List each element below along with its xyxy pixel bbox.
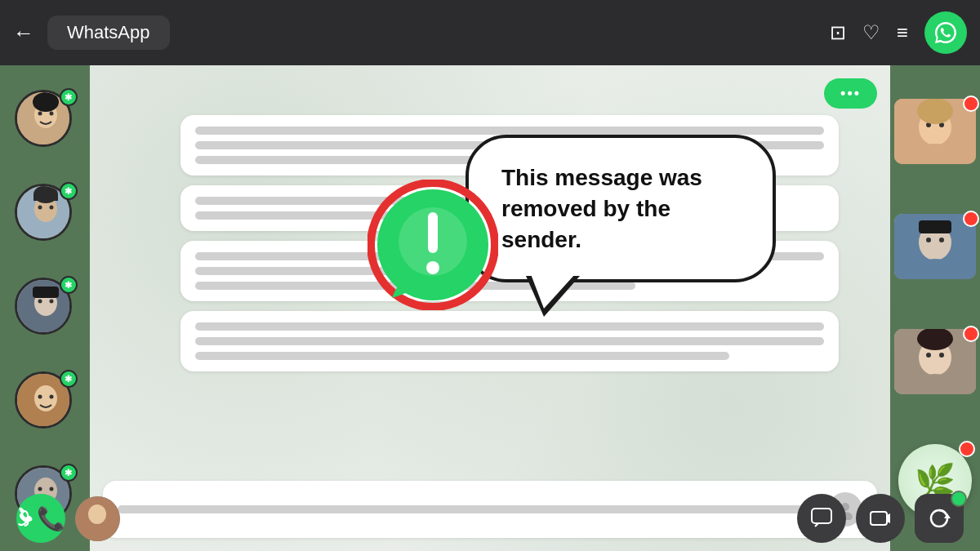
svg-point-23: [49, 395, 53, 399]
more-button-container: •••: [103, 78, 877, 109]
left-avatar-3[interactable]: ✱: [15, 278, 76, 339]
msg-line: [195, 141, 824, 149]
msg-line: [195, 282, 635, 290]
message-bubble-4: [180, 311, 839, 371]
bottom-bar: 📞: [0, 486, 980, 551]
svg-rect-18: [33, 287, 59, 298]
left-sidebar: ✱ ✱ ✱: [0, 65, 90, 551]
avatar-badge-2: ✱: [60, 182, 78, 200]
app-title: WhatsApp: [67, 22, 150, 42]
svg-point-45: [939, 353, 944, 358]
top-icons: ⊡ ♡ ≡: [830, 11, 967, 54]
menu-icon[interactable]: ≡: [897, 21, 908, 44]
message-bubble-2: [180, 185, 839, 231]
bottom-avatar[interactable]: [75, 496, 120, 541]
right-avatar-3[interactable]: [894, 329, 976, 394]
left-avatar-1[interactable]: ✱: [15, 90, 76, 151]
avatar-badge-4: ✱: [60, 370, 78, 388]
svg-marker-60: [887, 513, 890, 523]
svg-point-3: [38, 112, 42, 116]
msg-line: [195, 127, 824, 135]
left-avatar-4[interactable]: ✱: [15, 371, 76, 433]
svg-point-22: [38, 395, 42, 399]
camera-button[interactable]: [856, 494, 905, 543]
bottom-right-controls: [797, 494, 964, 543]
call-button[interactable]: 📞: [16, 494, 65, 543]
message-bubble-1: [180, 115, 839, 176]
right-avatar-2[interactable]: [894, 214, 976, 279]
avatar-badge-3: ✱: [60, 276, 78, 294]
right-avatar-img-3: [894, 329, 976, 394]
bottom-left-controls: 📞: [16, 494, 120, 543]
main-chat: •••: [90, 65, 890, 551]
red-badge-sticker: [959, 441, 975, 457]
whatsapp-logo[interactable]: [924, 11, 967, 54]
msg-line: [195, 252, 824, 260]
red-badge-2: [963, 211, 979, 227]
msg-line: [195, 352, 729, 360]
back-button[interactable]: ←: [13, 20, 34, 46]
left-avatar-2[interactable]: ✱: [15, 184, 76, 245]
msg-line: [195, 211, 635, 220]
heart-icon[interactable]: ♡: [862, 21, 880, 44]
svg-point-5: [33, 92, 59, 112]
svg-rect-58: [812, 509, 831, 523]
red-badge-1: [963, 96, 979, 112]
svg-point-38: [926, 238, 931, 242]
avatar-badge-1: ✱: [60, 88, 78, 106]
svg-point-10: [49, 206, 53, 210]
camera-icon[interactable]: ⊡: [830, 21, 846, 44]
message-bubble-3: [180, 241, 839, 301]
svg-point-16: [38, 300, 42, 304]
msg-line: [195, 156, 729, 164]
red-badge-3: [963, 326, 979, 342]
svg-point-9: [38, 206, 42, 210]
svg-point-39: [939, 238, 944, 242]
svg-rect-12: [33, 194, 58, 201]
avatar-badge-5: ✱: [60, 464, 78, 482]
top-bar: ← WhatsApp ⊡ ♡ ≡: [0, 0, 980, 65]
msg-line: [195, 337, 824, 345]
message-group-1: •••: [103, 78, 877, 176]
msg-line: [195, 267, 729, 275]
svg-rect-59: [871, 512, 887, 525]
right-avatar-1[interactable]: [894, 99, 976, 164]
svg-point-44: [926, 353, 931, 358]
svg-point-56: [88, 504, 106, 524]
rotate-button[interactable]: [915, 494, 964, 543]
svg-point-4: [49, 112, 53, 116]
svg-rect-40: [919, 220, 951, 233]
more-button[interactable]: •••: [824, 78, 877, 109]
svg-point-34: [917, 99, 953, 124]
msg-line: [195, 197, 729, 205]
app-title-container: WhatsApp: [47, 16, 170, 50]
right-sidebar: 🌿: [890, 65, 980, 551]
msg-line: [195, 322, 824, 331]
chat-bubble-button[interactable]: [797, 494, 846, 543]
svg-point-17: [49, 300, 53, 304]
